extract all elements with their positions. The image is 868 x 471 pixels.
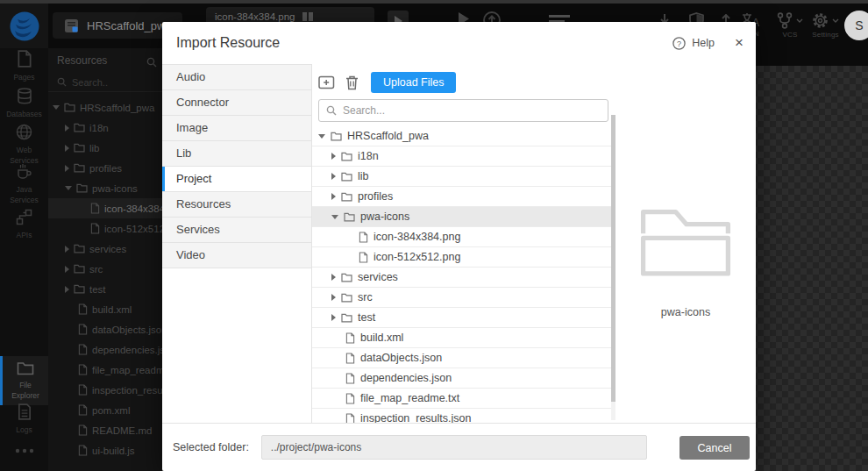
file-icon [78,404,88,416]
sidebar-item-apis[interactable]: APIs [0,209,48,239]
expand-arrow-icon[interactable] [331,173,336,180]
svg-text:?: ? [677,39,681,48]
expand-arrow-icon[interactable] [331,314,336,321]
tree-file-icon-384x384.png[interactable]: icon-384x384.png [312,227,615,247]
file-icon [78,344,88,355]
user-avatar[interactable]: S [844,11,868,40]
tree-search-input[interactable]: Search... [318,99,608,122]
tab-lib[interactable]: Lib [162,141,311,167]
delete-trash-icon[interactable] [345,75,359,90]
tree-folder-pwa-icons[interactable]: pwa-icons [312,207,615,227]
collapse-arrow-icon[interactable] [53,105,60,110]
tab-audio[interactable]: Audio [162,65,311,90]
globe-icon [16,128,32,143]
tree-folder-profiles[interactable]: profiles [48,158,162,178]
columns-icon [302,11,314,22]
sidebar-item-pages[interactable]: Pages [0,50,48,82]
ellipsis-icon [15,441,34,456]
expand-arrow-icon[interactable] [331,193,336,200]
expand-arrow-icon[interactable] [331,294,336,301]
gear-icon [812,12,829,29]
folder-icon [74,123,85,132]
new-folder-icon[interactable] [318,75,335,89]
tree-file-pom.xml[interactable]: pom.xml [48,400,162,420]
tree-folder-i18n[interactable]: i18n [312,146,615,167]
tab-project[interactable]: Project [162,167,311,192]
tree-file-inspection_results.json[interactable]: inspection_results.json [48,380,162,400]
close-icon[interactable]: × [735,34,743,52]
tab-resources[interactable]: Resources [162,192,311,218]
tree-file-icon-512x512.png[interactable]: icon-512x512.png [48,218,162,239]
tree-folder-lib[interactable]: lib [312,167,615,187]
tree-file-README.md[interactable]: README.md [48,420,162,440]
tree-folder-src[interactable]: src [48,259,162,279]
project-file-tree: HRScaffold_pwai18nlibprofilespwa-iconsic… [312,126,615,423]
expand-arrow-icon[interactable] [65,246,69,253]
tree-file-build.xml[interactable]: build.xml [312,328,615,348]
sidebar-item-databases[interactable]: Databases [0,88,48,118]
tree-folder-src[interactable]: src [312,288,615,308]
tree-folder-pwa-icons[interactable]: pwa-icons [48,178,162,198]
app-logo[interactable] [0,4,48,48]
avatar-initial: S [855,18,863,32]
navigator-rail: PagesDatabasesWebServicesJavaServicesAPI… [0,48,48,471]
tree-item-label: services [89,244,126,254]
tree-folder-lib[interactable]: lib [48,138,162,158]
tab-image[interactable]: Image [162,116,311,141]
expand-arrow-icon[interactable] [65,125,69,132]
sidebar-item-more[interactable] [0,441,48,457]
collapse-arrow-icon[interactable] [65,186,72,190]
resources-search-input[interactable]: Search.. [48,73,162,92]
selected-folder-input[interactable] [261,435,647,460]
tree-file-dataObjects.json[interactable]: dataObjects.json [48,319,162,339]
expand-arrow-icon[interactable] [65,286,69,293]
sidebar-item-web-services[interactable]: WebServices [0,124,48,165]
expand-arrow-icon[interactable] [65,145,69,152]
tab-connector[interactable]: Connector [162,90,311,116]
pages-icon [17,55,32,70]
tree-file-icon-384x384.png[interactable]: icon-384x384.png [48,198,162,218]
tree-item-label: i18n [89,123,109,133]
vcs-menu-button[interactable]: VCS [777,12,803,39]
tab-video[interactable]: Video [162,243,311,268]
tree-file-file_map_readme.txt[interactable]: file_map_readme.txt [48,360,162,380]
tree-folder-services[interactable]: services [312,268,615,288]
sidebar-item-java-services[interactable]: JavaServices [0,163,48,204]
expand-arrow-icon[interactable] [65,266,69,273]
tree-file-dataObjects.json[interactable]: dataObjects.json [312,348,615,368]
tree-file-dependencies.json[interactable]: dependencies.json [312,368,615,389]
search-icon[interactable] [146,55,157,71]
sidebar-item-file-explorer[interactable]: FileExplorer [0,356,48,405]
help-icon[interactable]: ? [672,37,686,50]
expand-arrow-icon[interactable] [331,153,336,160]
collapse-arrow-icon[interactable] [318,134,325,139]
tree-folder-i18n[interactable]: i18n [48,118,162,138]
cancel-button[interactable]: Cancel [679,436,750,460]
expand-arrow-icon[interactable] [65,165,69,172]
tree-folder-test[interactable]: test [48,279,162,299]
collapse-arrow-icon[interactable] [331,215,338,219]
brand-logo-icon [9,11,40,42]
tree-toolbar: Upload Files [318,72,615,93]
tree-folder-test[interactable]: test [312,308,615,328]
tree-file-dependencies.json[interactable]: dependencies.json [48,339,162,360]
settings-menu-button[interactable]: Settings [812,12,839,39]
tree-folder-services[interactable]: services [48,239,162,259]
tree-file-inspection_results.json[interactable]: inspection_results.json [312,409,615,423]
tree-folder-HRScaffold_pwa[interactable]: HRScaffold_pwa [48,97,162,118]
upload-files-button[interactable]: Upload Files [371,72,456,93]
expand-arrow-icon[interactable] [331,274,336,281]
tree-file-build.xml[interactable]: build.xml [48,299,162,319]
sidebar-item-logs[interactable]: Logs [0,403,48,434]
help-button[interactable]: Help [692,37,715,49]
tree-item-label: services [358,271,398,283]
tree-file-file_map_readme.txt[interactable]: file_map_readme.txt [312,389,615,409]
tab-services[interactable]: Services [162,218,311,243]
file-icon [78,425,88,436]
tree-file-icon-512x512.png[interactable]: icon-512x512.png [312,247,615,268]
folder-icon [74,244,85,253]
tree-folder-profiles[interactable]: profiles [312,187,615,207]
file-icon [78,303,88,315]
tree-folder-HRScaffold_pwa[interactable]: HRScaffold_pwa [312,126,615,146]
tree-file-ui-build.js[interactable]: ui-build.js [48,440,162,460]
